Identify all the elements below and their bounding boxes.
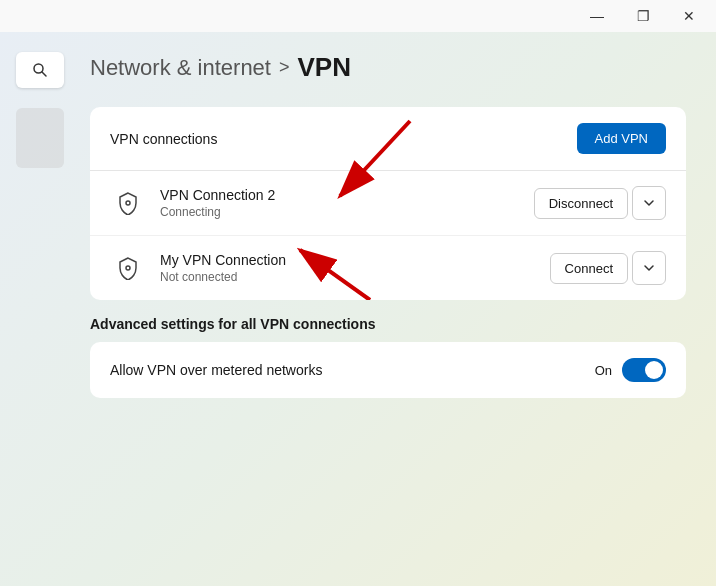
sidebar-placeholder xyxy=(16,108,64,168)
breadcrumb-parent: Network & internet xyxy=(90,55,271,81)
shield-icon-2 xyxy=(116,256,140,280)
vpn-info-2: My VPN Connection Not connected xyxy=(160,252,550,284)
vpn-actions-2: Connect xyxy=(550,251,666,285)
maximize-button[interactable]: ❐ xyxy=(620,0,666,32)
vpn-icon-2 xyxy=(110,250,146,286)
breadcrumb-current: VPN xyxy=(297,52,350,83)
vpn-item-2: My VPN Connection Not connected Connect xyxy=(90,236,686,300)
shield-icon-1 xyxy=(116,191,140,215)
add-vpn-button[interactable]: Add VPN xyxy=(577,123,666,154)
allow-vpn-metered-toggle[interactable] xyxy=(622,358,666,382)
advanced-settings-card: Allow VPN over metered networks On xyxy=(90,342,686,398)
vpn-item-1: VPN Connection 2 Connecting Disconnect xyxy=(90,171,686,236)
vpn-status-2: Not connected xyxy=(160,270,550,284)
expand-vpn2-button[interactable] xyxy=(632,251,666,285)
disconnect-button[interactable]: Disconnect xyxy=(534,188,628,219)
vpn-status-1: Connecting xyxy=(160,205,534,219)
sidebar xyxy=(0,32,80,586)
settings-row-1: Allow VPN over metered networks On xyxy=(90,342,686,398)
advanced-section: Advanced settings for all VPN connection… xyxy=(90,316,686,398)
breadcrumb-chevron: > xyxy=(279,57,290,78)
vpn-info-1: VPN Connection 2 Connecting xyxy=(160,187,534,219)
vpn-connections-card: VPN connections Add VPN VPN Connection 2… xyxy=(90,107,686,300)
title-bar: — ❐ ✕ xyxy=(0,0,716,32)
connect-button[interactable]: Connect xyxy=(550,253,628,284)
chevron-down-icon-1 xyxy=(643,197,655,209)
svg-point-5 xyxy=(126,266,130,270)
search-button[interactable] xyxy=(16,52,64,88)
advanced-title: Advanced settings for all VPN connection… xyxy=(90,316,686,332)
chevron-down-icon-2 xyxy=(643,262,655,274)
svg-line-1 xyxy=(42,72,46,76)
card-header: VPN connections Add VPN xyxy=(90,107,686,171)
content-area: Network & internet > VPN VPN connections… xyxy=(80,32,716,586)
toggle-container: On xyxy=(595,358,666,382)
main-layout: Network & internet > VPN VPN connections… xyxy=(0,32,716,586)
allow-vpn-metered-label: Allow VPN over metered networks xyxy=(110,362,322,378)
breadcrumb: Network & internet > VPN xyxy=(90,52,686,83)
close-button[interactable]: ✕ xyxy=(666,0,712,32)
vpn-name-2: My VPN Connection xyxy=(160,252,550,268)
toggle-value-label: On xyxy=(595,363,612,378)
minimize-button[interactable]: — xyxy=(574,0,620,32)
vpn-connections-label: VPN connections xyxy=(110,131,217,147)
expand-vpn1-button[interactable] xyxy=(632,186,666,220)
search-icon xyxy=(32,62,48,78)
vpn-name-1: VPN Connection 2 xyxy=(160,187,534,203)
svg-point-2 xyxy=(126,201,130,205)
vpn-actions-1: Disconnect xyxy=(534,186,666,220)
vpn-icon-1 xyxy=(110,185,146,221)
